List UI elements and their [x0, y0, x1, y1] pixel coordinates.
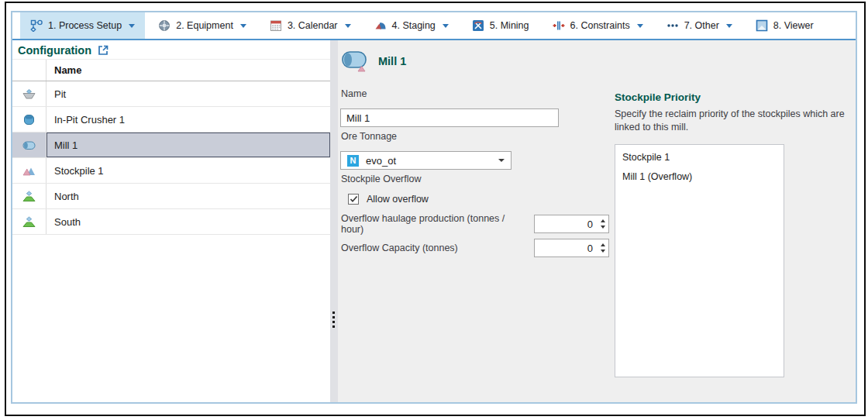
list-item-in-pit-crusher-1[interactable]: In-Pit Crusher 1: [12, 107, 330, 133]
tab-mining[interactable]: 5. Mining: [462, 12, 539, 39]
app-window: 1. Process Setup 2. Equipment: [11, 11, 857, 404]
content-area: Configuration Name: [12, 40, 856, 402]
checkmark-icon: [350, 195, 358, 203]
spinner-up-icon[interactable]: [601, 243, 605, 246]
detail-panel: Mill 1 Name Ore Tonnage N evo_ot Stockpi…: [338, 40, 856, 402]
list-item-label: South: [46, 209, 330, 234]
constraints-icon: [553, 19, 565, 32]
overflow-capacity-label: Overflow Capacity (tonnes): [341, 243, 534, 253]
panel-title: Configuration: [18, 44, 91, 57]
ore-tonnage-label: Ore Tonnage: [341, 131, 397, 142]
overflow-capacity-spinner[interactable]: 0: [534, 239, 609, 257]
viewer-icon: [756, 19, 768, 32]
haulage-production-spinner[interactable]: 0: [534, 215, 609, 233]
chevron-down-icon: [129, 24, 135, 28]
list-item-pit[interactable]: Pit: [12, 81, 330, 107]
list-item-north[interactable]: North: [12, 184, 330, 209]
pit-icon: [22, 87, 36, 102]
stockpile-icon: [22, 164, 36, 178]
tab-label: 4. Staging: [392, 20, 436, 31]
tab-label: 6. Constraints: [570, 20, 630, 31]
staging-icon: [374, 19, 387, 32]
tab-constraints[interactable]: 6. Constraints: [542, 12, 653, 39]
list-item[interactable]: Stockpile 1: [615, 148, 784, 167]
mining-icon: [472, 19, 484, 32]
crusher-icon: [22, 112, 36, 127]
detail-header: Mill 1: [341, 50, 406, 73]
list-item-label: North: [46, 184, 330, 208]
chevron-down-icon: [637, 24, 643, 28]
process-setup-icon: [30, 19, 43, 32]
name-field-label: Name: [341, 88, 367, 99]
stockpile-overflow-label: Stockpile Overflow: [341, 174, 422, 184]
chevron-down-icon: [726, 24, 732, 28]
stockpile-priority-list[interactable]: Stockpile 1 Mill 1 (Overflow): [615, 144, 784, 377]
allow-overflow-label: Allow overflow: [367, 194, 429, 205]
stockpile-priority-description: Specify the reclaim priority of the stoc…: [615, 108, 856, 133]
equipment-icon: [158, 19, 170, 32]
tab-other[interactable]: 7. Other: [656, 12, 742, 39]
spinner-down-icon[interactable]: [601, 250, 605, 253]
list-item-stockpile-1[interactable]: Stockpile 1: [12, 158, 330, 184]
overflow-capacity-value: 0: [535, 243, 597, 254]
list-item-south[interactable]: South: [12, 209, 330, 235]
other-icon: [666, 19, 679, 32]
list-item-label: Pit: [46, 81, 330, 106]
chevron-down-icon: [498, 159, 505, 162]
list-item-label: In-Pit Crusher 1: [46, 107, 330, 132]
tab-label: 2. Equipment: [176, 20, 233, 31]
calendar-icon: [270, 19, 282, 32]
allow-overflow-row: Allow overflow: [348, 194, 429, 205]
icon-column-header: [12, 60, 46, 81]
tab-equipment[interactable]: 2. Equipment: [148, 12, 257, 39]
list-header-row: Name: [12, 59, 330, 81]
stockpile-priority-section: Stockpile Priority Specify the reclaim p…: [615, 91, 857, 377]
splitter-grip-icon: [332, 312, 335, 328]
spinner-down-icon[interactable]: [601, 225, 605, 229]
tab-calendar[interactable]: 3. Calendar: [260, 12, 361, 39]
spinner-up-icon[interactable]: [601, 219, 605, 222]
list-item[interactable]: Mill 1 (Overflow): [615, 167, 784, 187]
haulage-production-row: Overflow haulage production (tonnes / ho…: [341, 215, 609, 233]
configuration-header: Configuration: [12, 40, 330, 59]
dump-icon: [22, 189, 36, 204]
dump-icon: [22, 215, 36, 229]
mill-icon: [22, 138, 36, 153]
tab-viewer[interactable]: 8. Viewer: [746, 12, 824, 39]
overflow-capacity-row: Overflow Capacity (tonnes) 0: [341, 239, 609, 257]
chevron-down-icon: [345, 24, 351, 28]
name-input[interactable]: [340, 108, 559, 127]
tab-label: 5. Mining: [490, 20, 529, 31]
screenshot-root: 1. Process Setup 2. Equipment: [0, 0, 868, 420]
allow-overflow-checkbox[interactable]: [348, 194, 359, 205]
detail-title: Mill 1: [378, 55, 406, 67]
tab-label: 1. Process Setup: [48, 20, 122, 31]
mill-large-icon: [341, 50, 369, 73]
name-column-header: Name: [46, 64, 81, 76]
ore-tonnage-value: evo_ot: [366, 155, 396, 167]
chevron-down-icon: [240, 24, 246, 28]
ore-tonnage-dropdown[interactable]: N evo_ot: [340, 151, 512, 170]
tab-label: 3. Calendar: [288, 20, 338, 31]
configuration-panel: Configuration Name: [12, 40, 330, 402]
stockpile-priority-title: Stockpile Priority: [615, 91, 857, 103]
chevron-down-icon: [443, 24, 449, 28]
ribbon-tabbar: 1. Process Setup 2. Equipment: [12, 12, 856, 40]
tab-label: 7. Other: [684, 20, 719, 31]
numeric-field-icon: N: [347, 155, 359, 167]
haulage-production-value: 0: [535, 219, 597, 230]
tab-process-setup[interactable]: 1. Process Setup: [20, 12, 145, 39]
tab-staging[interactable]: 4. Staging: [364, 12, 459, 39]
list-item-mill-1[interactable]: Mill 1: [12, 133, 330, 158]
panel-splitter[interactable]: [330, 40, 338, 402]
list-item-label: Stockpile 1: [46, 158, 330, 183]
list-item-label: Mill 1: [46, 133, 330, 157]
tab-label: 8. Viewer: [773, 20, 814, 31]
popout-icon[interactable]: [98, 45, 108, 56]
haulage-production-label: Overflow haulage production (tonnes / ho…: [341, 213, 534, 235]
